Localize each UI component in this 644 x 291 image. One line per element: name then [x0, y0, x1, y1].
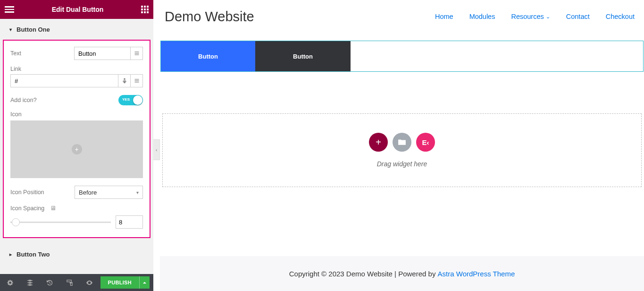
icon-label: Icon — [10, 111, 143, 118]
dual-button-a[interactable]: Button — [161, 41, 255, 71]
dynamic-tags-link-button[interactable] — [131, 74, 143, 87]
section-button-one-body: Text Link Add icon? — [3, 40, 151, 238]
settings-button[interactable] — [0, 274, 20, 291]
site-title: Demo Website — [165, 9, 435, 25]
svg-rect-0 — [141, 6, 143, 8]
site-nav: Home Modules Resources ⌄ Contact Checkou… — [435, 13, 635, 20]
publish-button[interactable]: PUBLISH — [100, 276, 139, 289]
icon-position-select[interactable]: Before ▾ — [75, 186, 143, 199]
svg-rect-5 — [147, 9, 149, 10]
svg-rect-3 — [141, 9, 143, 10]
footer-theme-link[interactable]: Astra WordPress Theme — [438, 270, 515, 278]
chevron-down-icon: ⌄ — [546, 14, 550, 20]
sidebar-footer: PUBLISH — [0, 274, 153, 291]
svg-rect-2 — [147, 6, 149, 8]
sidebar-header: Edit Dual Button — [0, 0, 153, 19]
icon-spacing-label: Icon Spacing — [10, 205, 44, 212]
widget-dropzone[interactable]: + E‹ Drag widget here — [162, 113, 642, 187]
navigator-button[interactable] — [20, 274, 40, 291]
menu-icon[interactable] — [5, 6, 14, 13]
nav-contact[interactable]: Contact — [566, 13, 590, 20]
icon-spacing-input[interactable] — [116, 215, 143, 229]
responsive-button[interactable] — [59, 274, 79, 291]
caret-down-icon: ▾ — [9, 27, 12, 32]
icon-position-value: Before — [79, 189, 97, 196]
nav-modules[interactable]: Modules — [469, 13, 495, 20]
section-one-label: Button One — [17, 26, 50, 33]
panel-title: Edit Dual Button — [52, 6, 104, 13]
add-widget-button[interactable]: + — [369, 133, 388, 152]
elements-kit-button[interactable]: E‹ — [416, 133, 435, 152]
preview-button[interactable] — [79, 274, 99, 291]
nav-checkout[interactable]: Checkout — [606, 13, 635, 20]
dual-button-widget: Button Button — [160, 41, 644, 72]
nav-resources[interactable]: Resources ⌄ — [511, 13, 550, 20]
link-input[interactable] — [10, 74, 118, 87]
section-button-two-toggle[interactable]: ▸ Button Two — [0, 244, 153, 265]
add-icon-toggle[interactable]: YES — [118, 95, 143, 105]
text-label: Text — [10, 50, 21, 57]
link-options-button[interactable] — [118, 74, 131, 87]
collapse-sidebar-handle[interactable]: ‹ — [153, 139, 160, 160]
caret-right-icon: ▸ — [9, 252, 12, 257]
site-header: Demo Website Home Modules Resources ⌄ Co… — [160, 0, 644, 33]
section-button-one-toggle[interactable]: ▾ Button One — [0, 19, 153, 40]
preview-pane: Demo Website Home Modules Resources ⌄ Co… — [160, 0, 644, 291]
svg-rect-4 — [144, 9, 146, 10]
history-button[interactable] — [40, 274, 59, 291]
nav-home[interactable]: Home — [435, 13, 453, 20]
responsive-icon[interactable]: 🖥 — [50, 205, 56, 212]
icon-picker[interactable]: + — [10, 120, 143, 178]
icon-position-label: Icon Position — [10, 189, 44, 196]
svg-rect-8 — [147, 11, 149, 13]
site-footer: Copyright © 2023 Demo Website | Powered … — [160, 256, 644, 291]
plus-icon: + — [72, 144, 82, 154]
icon-spacing-slider[interactable] — [10, 222, 111, 223]
svg-rect-1 — [144, 6, 146, 8]
svg-rect-7 — [144, 11, 146, 13]
template-library-button[interactable] — [393, 133, 411, 152]
toggle-yes-text: YES — [122, 97, 130, 102]
sidebar-body: ▾ Button One Text Link — [0, 19, 153, 274]
dual-button-b[interactable]: Button — [255, 41, 351, 71]
publish-dropdown[interactable] — [139, 276, 150, 289]
svg-rect-6 — [141, 11, 143, 13]
section-two-label: Button Two — [17, 251, 50, 258]
dropzone-text: Drag widget here — [377, 160, 427, 168]
add-icon-label: Add icon? — [10, 97, 37, 103]
apps-grid-icon[interactable] — [141, 6, 149, 13]
svg-point-9 — [123, 81, 125, 84]
footer-text: Copyright © 2023 Demo Website | Powered … — [289, 270, 436, 278]
button-text-input[interactable] — [74, 47, 131, 60]
chevron-down-icon: ▾ — [136, 190, 139, 195]
dynamic-tags-button[interactable] — [131, 47, 143, 60]
editor-sidebar: Edit Dual Button ▾ Button One Text Link — [0, 0, 153, 291]
link-label: Link — [10, 66, 143, 72]
